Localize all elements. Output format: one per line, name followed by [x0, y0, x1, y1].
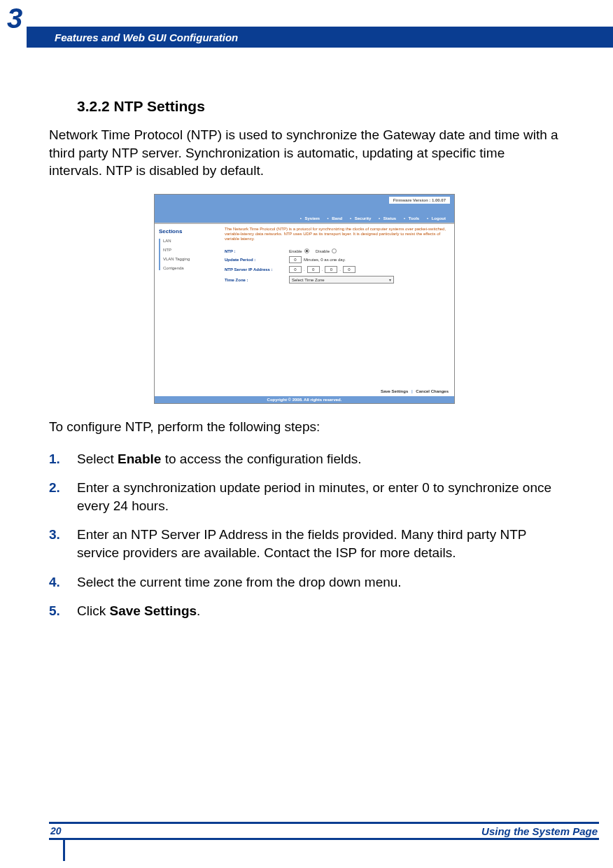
embedded-screenshot: Firmware Version : 1.00.07 • System • Ba…: [154, 194, 455, 404]
enable-label: Enable: [289, 249, 302, 253]
ss-body: Sections LAN NTP VLAN Tagging Corrigenda…: [155, 223, 454, 396]
tz-select[interactable]: Select Time Zone ▾: [289, 276, 394, 284]
ntp-label: NTP :: [225, 249, 289, 253]
update-suffix: Minutes, 0 as one day.: [304, 258, 346, 262]
ss-sidebar: Sections LAN NTP VLAN Tagging Corrigenda: [155, 224, 219, 396]
chapter-number: 3: [7, 3, 22, 34]
nav-security[interactable]: • Security: [350, 216, 373, 220]
ntp-description: The Network Time Protocol (NTP) is a pro…: [225, 227, 449, 242]
sidebar-item-vlan[interactable]: VLAN Tagging: [163, 257, 215, 261]
ss-actions: Save Settings | Cancel Changes: [381, 389, 449, 393]
sidebar-item-ntp[interactable]: NTP: [163, 248, 215, 252]
step-3: Enter an NTP Server IP Address in the fi…: [49, 526, 560, 561]
section-intro: Network Time Protocol (NTP) is used to s…: [49, 126, 560, 180]
header-title: Features and Web GUI Configuration: [55, 31, 238, 43]
firmware-label: Firmware Version : 1.00.07: [389, 197, 450, 204]
tz-value: Select Time Zone: [292, 278, 325, 282]
ip-octet-1[interactable]: 0: [289, 266, 302, 273]
server-row: NTP Server IP Address : 0. 0. 0. 0: [225, 266, 449, 273]
nav-status[interactable]: • Status: [379, 216, 398, 220]
page-number: 20: [50, 825, 62, 836]
step-1: Select Enable to access the configuratio…: [49, 450, 560, 468]
ip-octet-3[interactable]: 0: [325, 266, 337, 273]
chevron-down-icon: ▾: [389, 277, 391, 282]
tz-label: Time Zone :: [225, 278, 289, 282]
update-row: Update Period : 0 Minutes, 0 as one day.: [225, 256, 449, 263]
disable-label: Disable: [316, 249, 330, 253]
section-heading: 3.2.2 NTP Settings: [77, 98, 560, 115]
nav-tools[interactable]: • Tools: [404, 216, 421, 220]
steps-list: Select Enable to access the configuratio…: [49, 450, 560, 620]
sections-label: Sections: [159, 228, 215, 234]
tz-row: Time Zone : Select Time Zone ▾: [225, 276, 449, 284]
ss-nav: • System • Band • Security • Status • To…: [298, 216, 450, 220]
section-number: 3.2.2: [77, 98, 110, 114]
nav-logout[interactable]: • Logout: [427, 216, 448, 220]
footer-section: Using the System Page: [481, 825, 598, 837]
footer-tick: [63, 840, 65, 861]
step-2: Enter a synchronization update period in…: [49, 479, 560, 514]
sidebar-item-corrigenda[interactable]: Corrigenda: [163, 266, 215, 270]
ip-octet-4[interactable]: 0: [343, 266, 355, 273]
header-bar: Features and Web GUI Configuration: [27, 27, 613, 48]
update-input[interactable]: 0: [289, 256, 302, 263]
config-lead: To configure NTP, perform the following …: [49, 418, 560, 436]
ss-main: The Network Time Protocol (NTP) is a pro…: [219, 224, 454, 396]
disable-radio[interactable]: [332, 248, 337, 253]
nav-system[interactable]: • System: [300, 216, 322, 220]
save-settings-button[interactable]: Save Settings: [381, 389, 408, 393]
nav-band[interactable]: • Band: [327, 216, 344, 220]
ss-header: Firmware Version : 1.00.07 • System • Ba…: [155, 195, 454, 223]
server-label: NTP Server IP Address :: [225, 267, 289, 272]
action-separator: |: [411, 389, 413, 393]
enable-radio[interactable]: [304, 248, 309, 253]
ntp-row: NTP : Enable Disable: [225, 248, 449, 253]
ss-menu: LAN NTP VLAN Tagging Corrigenda: [159, 239, 215, 270]
ip-octet-2[interactable]: 0: [307, 266, 320, 273]
section-title: NTP Settings: [114, 98, 205, 114]
ss-copyright: Copyright © 2008. All rights reserved.: [155, 396, 454, 403]
step-5: Click Save Settings.: [49, 602, 560, 620]
step-4: Select the current time zone from the dr…: [49, 573, 560, 592]
cancel-changes-button[interactable]: Cancel Changes: [416, 389, 449, 393]
update-label: Update Period :: [225, 258, 289, 262]
page-footer: 20 Using the System Page: [49, 822, 599, 840]
page-content: 3.2.2 NTP Settings Network Time Protocol…: [49, 98, 560, 631]
sidebar-item-lan[interactable]: LAN: [163, 239, 215, 243]
